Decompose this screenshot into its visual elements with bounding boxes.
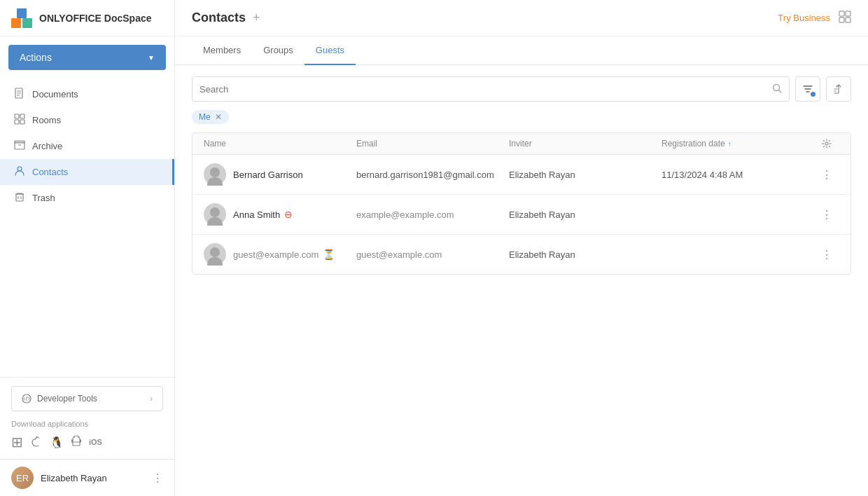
search-row — [192, 76, 851, 102]
sort-button[interactable] — [826, 76, 851, 102]
macos-icon[interactable] — [30, 435, 43, 450]
svg-rect-26 — [839, 18, 844, 22]
page-title-area: Contacts + — [192, 11, 260, 25]
svg-line-22 — [74, 436, 76, 438]
contact-name: Bernard Garrison — [233, 170, 303, 180]
search-box[interactable] — [192, 76, 790, 102]
svg-rect-24 — [839, 11, 844, 16]
sidebar-item-contacts-label: Contacts — [32, 167, 68, 177]
user-cell: guest@example.com ⏳ — [204, 243, 356, 266]
contact-inviter: Elizabeth Rayan — [509, 209, 662, 220]
table-row: guest@example.com ⏳ guest@example.com El… — [192, 235, 850, 274]
table-row: Bernard Garrison bernard.garrison1981@gm… — [192, 155, 850, 195]
sidebar-item-rooms-label: Rooms — [32, 115, 61, 125]
filter-button[interactable] — [795, 76, 820, 102]
sidebar: ONLYOFFICE DocSpace Actions ▼ Documents … — [0, 0, 175, 496]
row-actions-button[interactable]: ⋮ — [814, 168, 839, 181]
pending-status-icon: ⏳ — [323, 249, 335, 260]
page-title: Contacts — [192, 11, 246, 25]
android-icon[interactable] — [71, 435, 82, 449]
sidebar-item-documents-label: Documents — [32, 89, 78, 99]
main-content: Contacts + Try Business Members Groups G… — [175, 0, 868, 496]
svg-rect-7 — [15, 114, 19, 118]
contact-regdate: 11/13/2024 4:48 AM — [662, 170, 814, 180]
header-right: Try Business — [778, 11, 851, 26]
svg-rect-25 — [846, 11, 850, 16]
rooms-icon — [14, 113, 25, 127]
svg-point-30 — [825, 142, 828, 145]
table-settings-button[interactable] — [814, 139, 839, 149]
svg-rect-27 — [846, 18, 850, 22]
filter-tag-me[interactable]: Me ✕ — [192, 110, 229, 124]
error-status-icon: ⊖ — [284, 209, 293, 220]
filter-tags: Me ✕ — [192, 110, 851, 124]
logo-area: ONLYOFFICE DocSpace — [0, 0, 174, 36]
filter-tag-label: Me — [199, 112, 211, 122]
tab-members[interactable]: Members — [192, 36, 252, 65]
contact-inviter: Elizabeth Rayan — [509, 249, 662, 260]
tab-guests[interactable]: Guests — [304, 36, 356, 65]
user-menu-button[interactable]: ⋮ — [152, 471, 163, 485]
main-header: Contacts + Try Business — [175, 0, 868, 36]
row-actions-button[interactable]: ⋮ — [814, 208, 839, 221]
user-name: Elizabeth Rayan — [41, 473, 145, 483]
contact-email: guest@example.com — [356, 249, 509, 260]
sidebar-item-archive[interactable]: Archive — [0, 133, 174, 159]
contact-name: Anna Smith — [233, 209, 280, 220]
col-header-name[interactable]: Name — [204, 139, 356, 149]
search-input[interactable] — [200, 84, 772, 95]
sidebar-item-trash-label: Trash — [32, 193, 55, 203]
svg-rect-15 — [16, 194, 23, 201]
table-header: Name Email Inviter Registration date ↑ — [192, 133, 850, 155]
svg-rect-21 — [73, 442, 80, 446]
svg-rect-0 — [11, 18, 21, 28]
sidebar-item-archive-label: Archive — [32, 141, 62, 151]
add-contact-button[interactable]: + — [253, 11, 260, 25]
contacts-icon — [14, 165, 25, 179]
svg-line-23 — [78, 436, 79, 438]
row-actions-button[interactable]: ⋮ — [814, 248, 839, 261]
document-icon — [14, 88, 25, 101]
logo-icon — [11, 7, 34, 29]
actions-label: Actions — [20, 52, 52, 63]
sidebar-item-documents[interactable]: Documents — [0, 81, 174, 107]
col-header-email[interactable]: Email — [356, 139, 509, 149]
archive-icon — [14, 139, 25, 153]
sidebar-item-contacts[interactable]: Contacts — [0, 159, 174, 185]
windows-icon[interactable]: ⊞ — [11, 434, 23, 450]
try-business-link[interactable]: Try Business — [778, 13, 830, 23]
sidebar-bottom: Developer Tools › Download applications … — [0, 377, 174, 459]
developer-tools-button[interactable]: Developer Tools › — [11, 386, 163, 411]
sort-arrow-icon: ↑ — [728, 140, 732, 148]
linux-icon[interactable]: 🐧 — [50, 436, 64, 449]
contact-email: example@example.com — [356, 209, 509, 220]
col-header-regdate[interactable]: Registration date ↑ — [662, 139, 814, 149]
contact-inviter: Elizabeth Rayan — [509, 170, 662, 180]
contact-avatar — [204, 163, 226, 186]
contact-name: guest@example.com — [233, 249, 318, 260]
tab-groups[interactable]: Groups — [252, 36, 304, 65]
sidebar-item-rooms[interactable]: Rooms — [0, 107, 174, 133]
svg-rect-1 — [22, 18, 32, 28]
table-row: Anna Smith ⊖ example@example.com Elizabe… — [192, 195, 850, 235]
filter-tag-remove[interactable]: ✕ — [215, 112, 222, 122]
sidebar-item-trash[interactable]: Trash — [0, 185, 174, 211]
filter-active-dot — [811, 92, 816, 97]
col-header-inviter[interactable]: Inviter — [509, 139, 662, 149]
user-cell: Anna Smith ⊖ — [204, 203, 356, 226]
download-icons: ⊞ 🐧 iOS — [11, 434, 163, 450]
nav-list: Documents Rooms Archive Contacts Trash — [0, 78, 174, 377]
chevron-down-icon: ▼ — [148, 54, 155, 62]
layout-toggle-button[interactable] — [839, 11, 851, 26]
contact-email: bernard.garrison1981@gmail.com — [356, 170, 509, 180]
trash-icon — [14, 191, 25, 205]
search-icon — [772, 83, 782, 95]
dev-tools-icon — [22, 394, 31, 404]
tabs: Members Groups Guests — [175, 36, 868, 65]
ios-icon[interactable]: iOS — [89, 438, 102, 446]
contact-avatar — [204, 243, 226, 266]
svg-line-29 — [779, 90, 782, 92]
download-label: Download applications — [11, 420, 163, 428]
actions-button[interactable]: Actions ▼ — [8, 45, 166, 70]
dev-tools-label: Developer Tools — [37, 394, 97, 404]
